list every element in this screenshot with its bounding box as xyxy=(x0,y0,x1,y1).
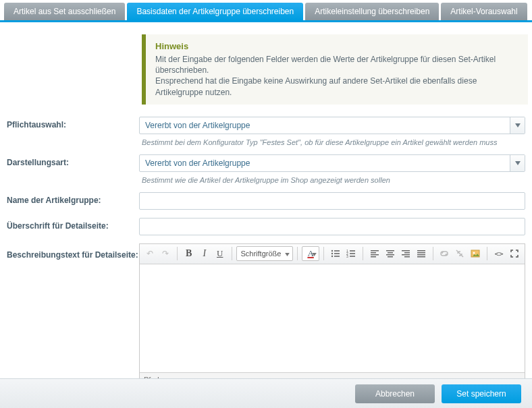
combo-darstellungsart[interactable] xyxy=(139,154,525,172)
combo-pflichtauswahl[interactable] xyxy=(139,117,525,134)
editor-toolbar: ↶ ↷ B I U Schriftgröße xyxy=(140,244,525,264)
svg-text:3: 3 xyxy=(346,254,348,258)
svg-rect-9 xyxy=(350,253,355,254)
hint-body: Mit der Eingabe der folgenden Felder wer… xyxy=(155,54,518,98)
svg-rect-23 xyxy=(404,256,410,258)
svg-rect-15 xyxy=(371,256,376,258)
underline-button[interactable]: U xyxy=(213,246,228,261)
align-center-icon[interactable] xyxy=(383,246,398,261)
svg-rect-14 xyxy=(371,254,379,256)
rich-text-editor: ↶ ↷ B I U Schriftgröße xyxy=(139,243,525,388)
svg-rect-11 xyxy=(350,256,355,257)
tab-override-article-settings[interactable]: Artikeleinstellung überschreiben xyxy=(305,3,439,20)
help-darstellungsart: Bestimmt wie die Artikel der Artikelgrup… xyxy=(142,176,525,184)
hint-box: Hinweis Mit der Eingabe der folgenden Fe… xyxy=(142,34,528,105)
svg-point-2 xyxy=(331,253,333,254)
svg-rect-17 xyxy=(388,252,393,254)
svg-rect-26 xyxy=(417,254,425,256)
fontsize-select[interactable]: Schriftgröße xyxy=(236,246,294,261)
unlink-icon[interactable] xyxy=(452,246,467,261)
svg-rect-25 xyxy=(417,252,425,254)
undo-icon[interactable]: ↶ xyxy=(142,246,157,261)
editor-body[interactable] xyxy=(140,264,525,372)
bullet-list-icon[interactable] xyxy=(328,246,343,261)
svg-rect-24 xyxy=(417,250,425,252)
hint-title: Hinweis xyxy=(155,41,518,51)
bold-button[interactable]: B xyxy=(182,246,196,261)
svg-point-29 xyxy=(473,252,475,254)
redo-icon[interactable]: ↷ xyxy=(158,246,173,261)
svg-rect-12 xyxy=(371,250,379,252)
label-beschreibung: Beschreibungstext für Detailseite: xyxy=(7,243,139,260)
svg-rect-3 xyxy=(334,253,340,254)
svg-rect-21 xyxy=(404,252,410,254)
tab-bar: Artikel aus Set ausschließen Basisdaten … xyxy=(0,0,532,22)
svg-rect-27 xyxy=(417,256,425,258)
svg-rect-1 xyxy=(334,250,340,252)
numbered-list-icon[interactable]: 123 xyxy=(344,246,358,261)
label-darstellungsart: Darstellungsart: xyxy=(7,154,139,167)
chevron-down-icon[interactable] xyxy=(510,155,525,171)
svg-rect-13 xyxy=(371,252,376,254)
combo-pflichtauswahl-input[interactable] xyxy=(140,117,510,134)
input-ueberschrift[interactable] xyxy=(139,218,525,235)
align-justify-icon[interactable] xyxy=(414,246,429,261)
cancel-button[interactable]: Abbrechen xyxy=(355,384,435,403)
italic-button[interactable]: I xyxy=(197,246,212,261)
fullscreen-icon[interactable] xyxy=(507,246,522,261)
tab-override-basedata[interactable]: Basisdaten der Artikelgruppe überschreib… xyxy=(127,3,303,20)
align-left-icon[interactable] xyxy=(367,246,382,261)
help-pflichtauswahl: Bestimmt bei dem Konfigurator Typ "Feste… xyxy=(142,138,525,146)
input-name[interactable] xyxy=(139,192,525,210)
svg-rect-20 xyxy=(402,250,410,252)
chevron-down-icon[interactable] xyxy=(510,117,525,134)
combo-darstellungsart-input[interactable] xyxy=(140,155,510,171)
chevron-down-icon xyxy=(285,250,290,258)
label-ueberschrift: Überschrift für Detailseite: xyxy=(7,218,139,231)
button-bar: Abbrechen Set speichern xyxy=(0,378,532,408)
chevron-down-icon xyxy=(312,249,317,258)
svg-point-4 xyxy=(331,256,333,257)
image-icon[interactable] xyxy=(468,246,483,261)
svg-point-0 xyxy=(331,250,333,252)
label-pflichtauswahl: Pflichtauswahl: xyxy=(7,117,139,129)
align-right-icon[interactable] xyxy=(398,246,413,261)
tab-article-preselection[interactable]: Artikel-Vorauswahl xyxy=(441,3,527,20)
text-color-button[interactable]: A xyxy=(302,246,319,261)
tab-exclude-articles[interactable]: Artikel aus Set ausschließen xyxy=(4,3,125,20)
svg-rect-19 xyxy=(388,256,393,258)
link-icon[interactable] xyxy=(437,246,452,261)
svg-rect-5 xyxy=(334,256,340,257)
content-area: Hinweis Mit der Eingabe der folgenden Fe… xyxy=(0,22,532,399)
save-button[interactable]: Set speichern xyxy=(442,384,521,403)
svg-rect-7 xyxy=(350,250,355,252)
svg-rect-18 xyxy=(386,254,394,256)
svg-rect-16 xyxy=(386,250,394,252)
label-name: Name der Artikelgruppe: xyxy=(7,192,139,205)
source-code-icon[interactable]: <> xyxy=(491,246,506,261)
svg-rect-22 xyxy=(402,254,410,256)
